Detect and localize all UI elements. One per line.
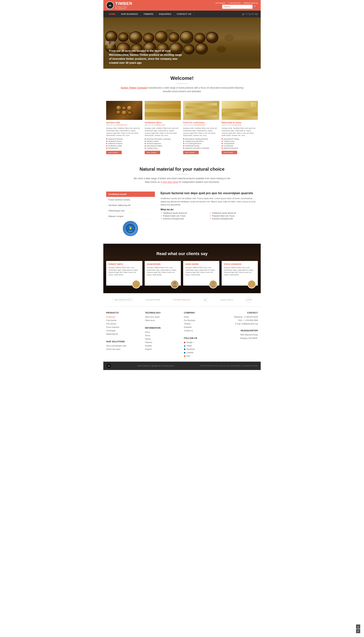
tab-item-2[interactable]: Sectetuer adipiscing elit: [106, 202, 155, 208]
what-item-4: ✓Euismod consequat ante: [160, 218, 209, 220]
social-facebook-text[interactable]: Facebook: [186, 348, 195, 351]
social-rss-text[interactable]: RSS: [186, 354, 190, 358]
social-linkedin-link[interactable]: LinkedIn: [184, 351, 219, 354]
nav-enquiries[interactable]: ENQUIRIES: [156, 10, 174, 18]
footer-email: E-mail: mail@demolink.org: [223, 322, 258, 326]
divider-2: [176, 174, 188, 174]
social-google-link[interactable]: Google +: [184, 341, 219, 344]
footer-link[interactable]: Enquiries: [184, 326, 219, 329]
social-google-text[interactable]: Google +: [186, 341, 194, 344]
product-image-1: [106, 101, 142, 120]
svg-point-7: [173, 282, 176, 285]
tab-item-3[interactable]: Pellentesque sed: [106, 208, 155, 214]
hero-section: ‹ › From our 25 acre site located in the…: [103, 18, 261, 69]
footer-link[interactable]: Fusce euismod: [106, 326, 141, 329]
divider: [176, 84, 188, 84]
more-details-button-3[interactable]: More Details →: [183, 151, 199, 154]
social-google[interactable]: g+: [242, 13, 245, 15]
social-twitter-text[interactable]: Twitter: [186, 344, 192, 348]
testimonial-name-2: DAVID KNORR: [186, 263, 217, 265]
social-facebook-link[interactable]: Facebook: [184, 348, 219, 351]
footer-company: COMPANY Home Our Business Timbers Enquir…: [184, 312, 219, 358]
more-details-button-1[interactable]: More Details →: [106, 151, 122, 154]
list-item: Particleboard: [106, 147, 142, 149]
hero-prev-button[interactable]: ‹: [105, 41, 110, 45]
footer-link[interactable]: Terms: [145, 334, 180, 337]
natural-title: Natural material for your natural choice: [118, 166, 246, 172]
footer-link[interactable]: Consequat: [106, 329, 141, 332]
testimonial-avatar-1: [170, 280, 179, 288]
footer-link[interactable]: Tatem acus: [145, 319, 180, 322]
footer-link[interactable]: Culis lacinia: [106, 319, 141, 322]
social-pinterest[interactable]: p: [250, 13, 251, 15]
nav-contact-us[interactable]: CONTACT US: [174, 10, 194, 18]
product-list-3: International Trading Brochure Trading G…: [183, 138, 219, 149]
social-rss[interactable]: rss: [255, 13, 258, 15]
footer-products-heading: PRODUCTS: [106, 312, 141, 314]
footer-link[interactable]: Vatus error sivelu: [145, 315, 180, 319]
list-item: Hardwood Plywood: [106, 138, 142, 140]
what-item-2: ✓Praesent etiam unit. Fusce: [160, 215, 209, 217]
footer-link[interactable]: Adipiscing elit: [106, 332, 141, 336]
nav-timbers[interactable]: TIMBERS: [141, 10, 156, 18]
contact-info: 24/7 Support: +1 959 603 6035 mail@demo4…: [215, 2, 258, 4]
product-card-1: Quisque nulla 2013-12-12 | VESTIBULUM Qu…: [106, 101, 142, 154]
product-date-3: 2013-12-14 | SCELERISQUE: [183, 124, 219, 126]
product-desc-4: Quisque nulla. Vestibum libero nisl, por…: [222, 127, 258, 136]
tabs-list: Vestibulum iaculis Fusce euismod conseq …: [106, 192, 155, 238]
list-item: Designer Series: [145, 140, 181, 142]
product-image-2: [145, 101, 181, 120]
footer-link[interactable]: Our Business: [184, 319, 219, 322]
testimonials-section: Read what our clients say ROBERT SMITH Q…: [103, 244, 261, 293]
social-twitter-link[interactable]: Twitter: [184, 344, 219, 348]
one-stop-shop-link[interactable]: One-Stop Shop: [162, 181, 178, 184]
footer-hq-heading: HEADQUARTER: [223, 330, 258, 332]
list-item: International Trading: [145, 145, 181, 147]
svg-point-6: [134, 286, 138, 288]
company-link[interactable]: Santos Timber Company: [121, 86, 148, 89]
footer-link[interactable]: Home: [184, 315, 219, 319]
footer-link[interactable]: Timbers: [184, 322, 219, 326]
list-item: Spectrum Decorative Laminates: [183, 147, 219, 149]
what-item-0: ✓Vestibulum iaculis lacinia est: [160, 212, 209, 214]
search-input[interactable]: [222, 5, 252, 8]
social-linkedin-text[interactable]: LinkedIn: [186, 351, 194, 354]
footer-company-heading: COMPANY: [184, 312, 219, 314]
badge-icon: ★ BEST QUALITY: [123, 221, 138, 236]
search-bar[interactable]: 🔍: [222, 5, 258, 9]
footer-link[interactable]: Partners: [145, 341, 180, 344]
footer-link[interactable]: Omnis iste natus.: [106, 348, 141, 351]
footer-link[interactable]: Reseller: [145, 344, 180, 348]
testimonials-grid: ROBERT SMITH Quisque nullibum libero nis…: [106, 261, 258, 286]
footer-link[interactable]: Clients: [145, 337, 180, 341]
logo-text: TIMBER No known Timber the nobody else: [115, 1, 132, 10]
nav-home[interactable]: HOME: [106, 10, 118, 18]
footer-link[interactable]: Support: [145, 348, 180, 351]
footer-link[interactable]: Vestibulum: [106, 315, 141, 319]
social-rss-link[interactable]: RSS: [184, 354, 219, 358]
badge-svg: ★ BEST QUALITY: [126, 224, 135, 233]
footer-link[interactable]: Sed ut perspiciatis unde: [106, 344, 141, 348]
product-title-4: Malesauda at neque: [222, 121, 258, 124]
bottom-nav-link[interactable]: XHTML | Perspiciatis unde | Omnis iste n…: [200, 365, 258, 366]
social-linkedin[interactable]: in: [252, 13, 254, 15]
footer-link[interactable]: Press: [145, 330, 180, 334]
nav-our-business[interactable]: OUR BUSINESS: [118, 10, 141, 18]
footer-link[interactable]: Contact us: [184, 329, 219, 332]
tab-item-4[interactable]: Aliquam congue: [106, 214, 155, 219]
footer-link[interactable]: Prim dictum: [106, 322, 141, 326]
partner-1: ELEVENTH DARE: [146, 299, 160, 301]
tab-item-1[interactable]: Fusce euismod conseq: [106, 197, 155, 202]
footer-columns: PRODUCTS Vestibulum Culis lacinia Prim d…: [103, 307, 261, 362]
social-twitter[interactable]: t: [246, 13, 246, 15]
more-details-button-2[interactable]: More Details →: [145, 151, 160, 154]
bottom-nav: XHTML | Perspiciatis unde | Omnis iste n…: [200, 365, 258, 366]
tab-item-0[interactable]: Vestibulum iaculis: [106, 192, 155, 197]
more-details-button-4[interactable]: More Details →: [222, 151, 237, 154]
list-item: Textured Melamine: [145, 142, 181, 145]
search-button[interactable]: 🔍: [252, 5, 258, 9]
product-date-1: 2013-12-12 | VESTIBULUM: [106, 124, 142, 126]
what-item-3: ✓Praesent etiam unit. Fusce: [210, 215, 258, 217]
hero-next-button[interactable]: ›: [110, 41, 114, 45]
social-facebook[interactable]: f: [248, 13, 248, 15]
